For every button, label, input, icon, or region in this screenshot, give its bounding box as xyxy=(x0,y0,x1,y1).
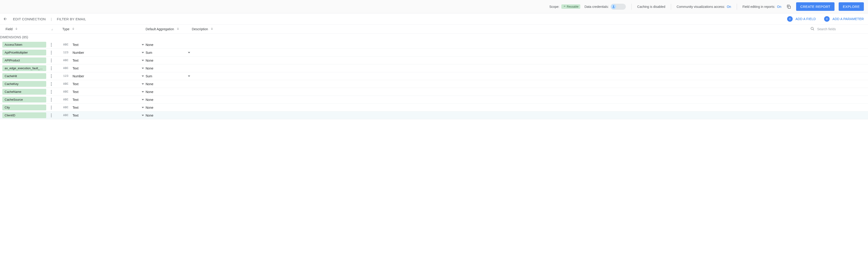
field-chip[interactable]: ClientID xyxy=(2,112,46,118)
chevron-down-icon[interactable] xyxy=(140,99,146,100)
field-chip[interactable]: City xyxy=(2,105,46,110)
aggregation-cell[interactable]: None xyxy=(146,59,192,62)
aggregation-cell[interactable]: None xyxy=(146,82,192,86)
svg-point-27 xyxy=(51,106,52,107)
field-chip[interactable]: AccessToken xyxy=(2,42,46,47)
chevron-down-icon[interactable] xyxy=(140,68,146,69)
search-input[interactable] xyxy=(817,27,849,31)
type-cell[interactable]: ABCText xyxy=(62,43,146,47)
field-chip[interactable]: CacheHit xyxy=(2,73,46,79)
field-chip[interactable]: CacheName xyxy=(2,89,46,95)
more-options-icon[interactable] xyxy=(50,59,53,62)
table-row[interactable]: CacheKeyABCTextNone xyxy=(0,80,868,88)
svg-point-30 xyxy=(51,113,52,114)
chevron-down-icon[interactable] xyxy=(140,60,146,61)
table-row[interactable]: ApiPriceMultiplier123NumberSum xyxy=(0,49,868,57)
divider xyxy=(671,4,671,10)
explore-button[interactable]: EXPLORE xyxy=(839,2,864,11)
svg-point-11 xyxy=(51,61,52,62)
chevron-down-icon[interactable] xyxy=(186,52,192,53)
svg-point-16 xyxy=(51,76,52,77)
svg-point-14 xyxy=(51,69,52,70)
more-options-icon[interactable] xyxy=(50,67,53,70)
add-field-button[interactable]: ADD A FIELD xyxy=(787,16,816,22)
chevron-down-icon[interactable] xyxy=(140,115,146,116)
aggregation-cell[interactable]: None xyxy=(146,43,192,47)
table-row[interactable]: ax_edge_execution_fault_…ABCTextNone xyxy=(0,64,868,72)
more-options-icon[interactable] xyxy=(50,51,53,55)
more-options-icon[interactable] xyxy=(50,90,53,94)
type-cell[interactable]: ABCText xyxy=(62,82,146,86)
table-row[interactable]: ClientIDABCTextNone xyxy=(0,111,868,119)
chevron-down-icon[interactable] xyxy=(140,52,146,53)
table-row[interactable]: CacheSourceABCTextNone xyxy=(0,96,868,104)
aggregation-cell[interactable]: None xyxy=(146,90,192,94)
type-cell[interactable]: ABCText xyxy=(62,106,146,109)
community-viz-value[interactable]: On xyxy=(727,5,731,8)
dimensions-section-label: DIMENSIONS (85) xyxy=(0,33,868,41)
aggregation-cell[interactable]: None xyxy=(146,106,192,109)
column-header-description[interactable]: Description xyxy=(192,27,264,31)
type-cell[interactable]: ABCText xyxy=(62,98,146,102)
column-header-aggregation[interactable]: Default Aggregation xyxy=(146,27,192,31)
add-parameter-button[interactable]: ADD A PARAMETER xyxy=(824,16,864,22)
column-header-type[interactable]: Type xyxy=(62,27,146,31)
create-report-button[interactable]: CREATE REPORT xyxy=(796,2,835,11)
field-cell: ClientID xyxy=(0,112,62,118)
text-type-icon: ABC xyxy=(62,59,69,62)
more-options-icon[interactable] xyxy=(50,82,53,86)
field-chip[interactable]: ax_edge_execution_fault_… xyxy=(2,65,46,71)
more-options-icon[interactable] xyxy=(50,98,53,102)
type-cell[interactable]: ABCText xyxy=(62,90,146,94)
column-header-field[interactable]: Field xyxy=(0,27,62,31)
table-row[interactable]: CityABCTextNone xyxy=(0,104,868,111)
back-button[interactable] xyxy=(3,16,8,22)
aggregation-cell[interactable]: None xyxy=(146,98,192,102)
edit-connection-crumb[interactable]: EDIT CONNECTION xyxy=(13,17,46,21)
chevron-down-icon[interactable] xyxy=(140,83,146,85)
chevron-down-icon[interactable] xyxy=(140,107,146,108)
chevron-down-icon[interactable] xyxy=(140,44,146,45)
data-credentials-label: Data credentials: xyxy=(584,5,609,8)
field-chip[interactable]: ApiPriceMultiplier xyxy=(2,49,46,56)
aggregation-cell[interactable]: Sum xyxy=(146,51,192,55)
scope-chip[interactable]: Reusable xyxy=(561,4,581,9)
field-chip[interactable]: CacheSource xyxy=(2,97,46,103)
more-options-icon[interactable] xyxy=(50,106,53,109)
type-cell[interactable]: 123Number xyxy=(62,74,146,78)
filter-by-email-crumb[interactable]: FILTER BY EMAIL xyxy=(57,17,86,21)
resize-handle-icon[interactable] xyxy=(51,28,53,31)
aggregation-cell[interactable]: None xyxy=(146,67,192,70)
type-cell[interactable]: 123Number xyxy=(62,51,146,55)
type-cell[interactable]: ABCText xyxy=(62,59,146,62)
svg-point-32 xyxy=(51,116,52,117)
table-row[interactable]: AccessTokenABCTextNone xyxy=(0,41,868,49)
field-chip[interactable]: CacheKey xyxy=(2,81,46,87)
table-row[interactable]: APIProductABCTextNone xyxy=(0,57,868,64)
chevron-down-icon[interactable] xyxy=(140,91,146,93)
field-editing-value[interactable]: On xyxy=(777,5,781,8)
type-cell[interactable]: ABCText xyxy=(62,113,146,117)
caching-status: Caching is disabled xyxy=(637,5,665,8)
more-options-icon[interactable] xyxy=(50,43,53,47)
type-cell[interactable]: ABCText xyxy=(62,67,146,70)
more-options-icon[interactable] xyxy=(50,113,53,117)
svg-point-31 xyxy=(51,115,52,116)
copy-button[interactable] xyxy=(785,3,792,10)
aggregation-cell[interactable]: Sum xyxy=(146,74,192,78)
search-fields[interactable] xyxy=(810,27,849,31)
chevron-down-icon[interactable] xyxy=(140,75,146,77)
chevron-down-icon[interactable] xyxy=(186,75,192,77)
table-row[interactable]: CacheNameABCTextNone xyxy=(0,88,868,96)
aggregation-cell[interactable]: None xyxy=(146,113,192,117)
type-label: Text xyxy=(72,98,137,102)
table-row[interactable]: CacheHit123NumberSum xyxy=(0,72,868,80)
field-cell: CacheSource xyxy=(0,97,62,103)
field-chip[interactable]: APIProduct xyxy=(2,58,46,63)
svg-point-18 xyxy=(51,82,52,83)
svg-point-21 xyxy=(51,90,52,91)
aggregation-label: None xyxy=(146,106,192,109)
more-options-icon[interactable] xyxy=(50,74,53,78)
number-type-icon: 123 xyxy=(62,75,69,78)
data-credentials-toggle[interactable] xyxy=(611,4,626,10)
